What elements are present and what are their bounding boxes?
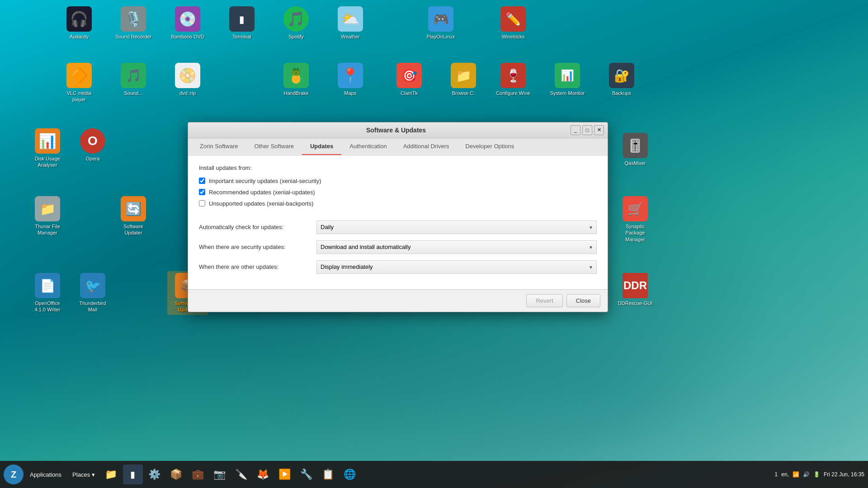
checkbox-security-label: Important security updates (xenial-secur… <box>209 178 321 184</box>
tab-authentication[interactable]: Authentication <box>341 138 395 155</box>
icon-disk-usage[interactable]: 📊 Disk Usage Analyser <box>27 127 68 170</box>
icon-sound-recorder[interactable]: 🎙️ Sound Recorder <box>113 5 154 42</box>
icon-playonlinux[interactable]: 🎮 PlayOnLinux <box>420 5 461 42</box>
icon-qasmixer[interactable]: 🎚️ QasMixer <box>615 131 656 168</box>
taskbar-firefox-icon[interactable]: 🦊 <box>253 465 273 484</box>
icon-system-monitor[interactable]: 📊 System Monitor <box>547 61 588 98</box>
icon-clamtk[interactable]: 🎯 ClamTk <box>389 61 429 98</box>
tab-additional-drivers[interactable]: Additional Drivers <box>395 138 458 155</box>
install-updates-label: Install updates from: <box>199 164 597 171</box>
other-updates-select[interactable]: Display immediately <box>316 260 597 274</box>
icon-maps[interactable]: 📍 Maps <box>330 61 371 98</box>
dialog-footer: Revert Close <box>188 289 608 312</box>
places-menu[interactable]: Places ▾ <box>68 469 99 480</box>
icon-thunar[interactable]: 📁 Thunar File Manager <box>27 194 68 238</box>
revert-button[interactable]: Revert <box>526 294 562 307</box>
taskbar-notes-icon[interactable]: 📋 <box>318 465 338 484</box>
icon-openoffice[interactable]: 📄 OpenOffice 4.1.0 Writer <box>27 271 68 315</box>
auto-check-select-wrapper: Daily ▼ <box>316 221 597 234</box>
checkbox-security-updates[interactable] <box>199 178 205 184</box>
icon-bombono-dvd[interactable]: 💿 Bombono DVD <box>167 5 208 42</box>
security-updates-label: When there are security updates: <box>199 244 316 250</box>
tab-other-software[interactable]: Other Software <box>246 138 302 155</box>
software-updates-dialog: Software & Updates _ □ ✕ Zorin Software … <box>188 122 608 312</box>
taskbar-settings-icon[interactable]: ⚙️ <box>145 465 165 484</box>
taskbar-page-number: 1 <box>775 471 778 478</box>
dialog-window-controls: _ □ ✕ <box>571 125 604 135</box>
icon-browse-c[interactable]: 📁 Browse C: <box>443 61 484 98</box>
other-updates-row: When there are other updates: Display im… <box>199 260 597 274</box>
taskbar-manager-icon[interactable]: 💼 <box>188 465 208 484</box>
icon-terminal[interactable]: ▮ Terminal <box>222 5 262 42</box>
tab-updates[interactable]: Updates <box>302 138 341 155</box>
dialog-updates-content: Install updates from: Important security… <box>188 155 608 289</box>
dialog-title: Software & Updates <box>222 127 571 134</box>
applications-menu[interactable]: Applications <box>25 469 66 480</box>
security-updates-select[interactable]: Download and install automatically <box>316 240 597 254</box>
icon-audacity[interactable]: 🎧 Audacity <box>59 5 99 42</box>
start-button[interactable]: Z <box>4 465 24 484</box>
checkbox-row-unsupported: Unsupported updates (xenial-backports) <box>199 200 597 207</box>
taskbar-play-icon[interactable]: ▶️ <box>275 465 295 484</box>
icon-sound2[interactable]: 🎵 Sound... <box>113 61 154 98</box>
taskbar-archive-icon[interactable]: 📦 <box>166 465 186 484</box>
volume-icon[interactable]: 🔊 <box>803 471 810 478</box>
icon-handbrake[interactable]: 🍍 HandBrake <box>276 61 316 98</box>
taskbar-camera-icon[interactable]: 📷 <box>210 465 230 484</box>
close-dialog-button[interactable]: Close <box>566 294 600 307</box>
taskbar-knife-icon[interactable]: 🔪 <box>231 465 251 484</box>
tab-developer-options[interactable]: Developer Options <box>458 138 523 155</box>
security-updates-row: When there are security updates: Downloa… <box>199 240 597 254</box>
taskbar-datetime: Fri 22 Jun, 16:35 <box>824 471 864 478</box>
icon-spotify[interactable]: 🎵 Spotify <box>276 5 316 42</box>
icon-backups[interactable]: 🔐 Backups <box>601 61 642 98</box>
taskbar-right-area: 1 en, 📶 🔊 🔋 Fri 22 Jun, 16:35 <box>775 471 864 478</box>
other-updates-select-wrapper: Display immediately ▼ <box>316 260 597 274</box>
icon-software-updater[interactable]: 🔄 Software Updater <box>113 194 154 238</box>
dialog-titlebar: Software & Updates _ □ ✕ <box>188 122 608 138</box>
icon-opera[interactable]: O Opera <box>72 127 113 164</box>
checkbox-recommended-label: Recommended updates (xenial-updates) <box>209 189 315 196</box>
icon-vlc[interactable]: 🔶 VLC media player <box>59 61 99 105</box>
taskbar-tools-icon[interactable]: 🔧 <box>297 465 316 484</box>
dialog-tabs: Zorin Software Other Software Updates Au… <box>188 138 608 155</box>
tab-zorin-software[interactable]: Zorin Software <box>192 138 246 155</box>
auto-check-select[interactable]: Daily <box>316 221 597 234</box>
minimize-button[interactable]: _ <box>571 125 580 135</box>
taskbar-language: en, <box>781 471 789 478</box>
auto-check-row: Automatically check for updates: Daily ▼ <box>199 221 597 234</box>
icon-weather[interactable]: ⛅ Weather <box>330 5 371 42</box>
taskbar-terminal-icon[interactable]: ▮ <box>123 465 143 484</box>
icon-synaptic[interactable]: 🛒 Synaptic Package Manager <box>615 194 656 244</box>
maximize-button[interactable]: □ <box>582 125 592 135</box>
close-button[interactable]: ✕ <box>594 125 604 135</box>
wifi-icon: 📶 <box>793 471 799 478</box>
icon-configure-wine[interactable]: 🍷 Configure Wine <box>493 61 533 98</box>
taskbar-files-icon[interactable]: 📁 <box>101 465 121 484</box>
taskbar-web-icon[interactable]: 🌐 <box>340 465 360 484</box>
taskbar: Z Applications Places ▾ 📁 ▮ ⚙️ 📦 💼 📷 🔪 🦊… <box>0 461 868 488</box>
security-updates-select-wrapper: Download and install automatically ▼ <box>316 240 597 254</box>
icon-dvdrip[interactable]: 📀 dvd::rip <box>167 61 208 98</box>
checkbox-unsupported-label: Unsupported updates (xenial-backports) <box>209 200 313 207</box>
checkbox-row-security: Important security updates (xenial-secur… <box>199 178 597 184</box>
battery-icon: 🔋 <box>813 471 820 478</box>
checkbox-recommended-updates[interactable] <box>199 189 205 195</box>
icon-winetricks[interactable]: ✏️ Winetricks <box>493 5 533 42</box>
other-updates-label: When there are other updates: <box>199 263 316 270</box>
icon-ddrescue[interactable]: DDR DDRescue-GUI <box>615 271 656 308</box>
checkbox-row-recommended: Recommended updates (xenial-updates) <box>199 189 597 196</box>
checkbox-unsupported-updates[interactable] <box>199 200 205 206</box>
icon-thunderbird[interactable]: 🐦 Thunderbird Mail <box>72 271 113 315</box>
auto-check-label: Automatically check for updates: <box>199 224 316 230</box>
